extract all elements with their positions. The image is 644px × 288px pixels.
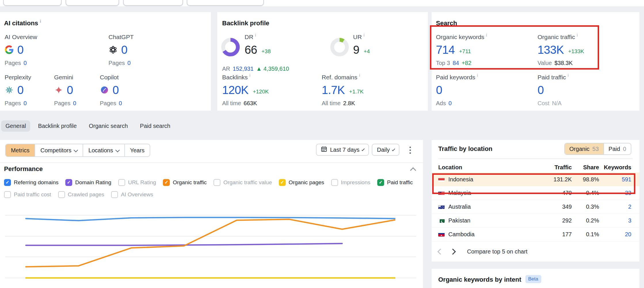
ads-value-link[interactable]: 0	[448, 100, 451, 107]
alltime-value: 2.8K	[343, 100, 355, 107]
col-traffic: Traffic	[540, 164, 572, 171]
metric-label: ChatGPT	[108, 33, 134, 41]
table-row-cambodia[interactable]: Cambodia 177 0.1% 20	[432, 228, 639, 241]
segment-metrics[interactable]: Metrics	[6, 144, 35, 156]
segment-locations[interactable]: Locations	[83, 144, 125, 156]
tab-general[interactable]: General	[1, 120, 30, 132]
table-row-malaysia[interactable]: Malaysia 470 0.4% 33	[432, 186, 639, 200]
segment-competitors[interactable]: Competitors	[35, 144, 83, 156]
more-options-button[interactable]	[406, 146, 414, 154]
indonesia-flag	[438, 177, 445, 182]
gemini-icon	[54, 86, 63, 95]
checkbox-organic-traffic[interactable]: Organic traffic	[163, 179, 207, 186]
checkbox-url-rating[interactable]: URL Rating	[118, 179, 156, 186]
pages-label: Pages	[5, 100, 21, 107]
table-row-pakistan[interactable]: Pakistan 292 0.2% 3	[432, 214, 639, 228]
view-segmented-control: Metrics Competitors Locations Years	[5, 144, 150, 157]
keywords-link[interactable]: 3	[599, 217, 631, 224]
col-keywords: Keywords	[599, 164, 631, 171]
keywords-link[interactable]: 2	[599, 203, 631, 210]
checkbox-icon	[163, 179, 170, 186]
paid-traffic-value[interactable]: 0	[538, 83, 544, 97]
cropped-toolbar-field[interactable]	[187, 0, 264, 6]
pages-value-link[interactable]: 0	[119, 100, 122, 107]
info-icon[interactable]	[577, 31, 578, 39]
checkbox-ai-overviews[interactable]: AI Overviews	[111, 191, 153, 198]
ai-citations-title: AI citations	[4, 20, 38, 27]
ref-domains-value[interactable]: 1.7K	[322, 83, 345, 97]
chevron-down-icon	[392, 148, 395, 151]
cropped-toolbar-field[interactable]	[3, 0, 62, 6]
table-row-indonesia[interactable]: Indonesia 131.2K 98.8% 591	[432, 172, 639, 186]
checkbox-domain-rating[interactable]: Domain Rating	[65, 179, 111, 186]
cropped-toolbar-field[interactable]	[123, 0, 183, 6]
metric-value[interactable]: 0	[17, 83, 24, 97]
table-row-australia[interactable]: Australia 349 0.3% 2	[432, 200, 639, 214]
value-label: Value	[538, 60, 552, 66]
organic-traffic-value[interactable]: 133K	[538, 43, 564, 56]
info-icon[interactable]	[249, 72, 250, 79]
checkbox-organic-traffic-value[interactable]: Organic traffic value	[214, 179, 272, 186]
checkbox-impressions[interactable]: Impressions	[331, 179, 370, 186]
openai-icon	[108, 45, 117, 54]
ref-domains-delta: +1.7K	[349, 89, 363, 95]
metric-label: Organic traffic	[538, 34, 575, 40]
info-icon[interactable]	[40, 19, 41, 24]
ref-domains-metric: Ref. domains 1.7K+1.7K All time2.8K	[322, 74, 363, 107]
segment-years[interactable]: Years	[125, 144, 150, 156]
metric-value[interactable]: 0	[67, 83, 73, 97]
tab-paid-search[interactable]: Paid search	[136, 120, 175, 132]
info-icon[interactable]	[486, 31, 487, 39]
checkbox-icon	[331, 179, 338, 186]
malaysia-flag	[438, 191, 445, 195]
info-icon[interactable]	[363, 31, 364, 39]
pages-label: Pages	[108, 60, 125, 66]
checkbox-paid-traffic-cost[interactable]: Paid traffic cost	[4, 191, 51, 198]
paid-keywords-value[interactable]: 0	[436, 83, 442, 97]
keywords-link[interactable]: 591	[599, 176, 631, 183]
metric-value[interactable]: 0	[113, 83, 119, 97]
search-title: Search	[436, 20, 457, 27]
checkbox-icon	[65, 179, 72, 186]
organic-keywords-value[interactable]: 714	[436, 43, 455, 56]
checkbox-organic-pages[interactable]: Organic pages	[279, 179, 324, 186]
toggle-paid[interactable]: Paid0	[604, 143, 631, 154]
pages-value-link[interactable]: 0	[127, 60, 131, 66]
keywords-link[interactable]: 20	[599, 231, 631, 238]
metric-label: Perplexity	[5, 74, 31, 81]
top3-value-link[interactable]: 84	[453, 60, 459, 66]
toggle-organic[interactable]: Organic53	[565, 143, 604, 154]
tab-organic-search[interactable]: Organic search	[85, 120, 132, 132]
prev-page-button[interactable]	[437, 248, 443, 254]
divider	[438, 158, 633, 159]
checkbox-referring-domains[interactable]: Referring domains	[4, 179, 58, 186]
cropped-toolbar-field[interactable]	[66, 0, 119, 6]
pages-value-link[interactable]: 0	[24, 100, 27, 107]
backlinks-value[interactable]: 120K	[222, 83, 248, 97]
info-icon[interactable]	[477, 72, 478, 79]
pages-value-link[interactable]: 0	[24, 60, 27, 66]
pages-value-link[interactable]: 0	[73, 100, 76, 107]
checkbox-crawled-pages[interactable]: Crawled pages	[58, 191, 104, 198]
granularity-button[interactable]: Daily	[372, 144, 399, 156]
metric-value[interactable]: 0	[121, 43, 127, 56]
date-range-button[interactable]: Last 7 days	[316, 144, 369, 156]
next-page-button[interactable]	[450, 248, 456, 254]
cropped-toolbar	[0, 0, 644, 6]
compare-top5-link[interactable]: Compare top 5 on chart	[467, 248, 527, 255]
collapse-section-button[interactable]	[410, 167, 416, 173]
keywords-link[interactable]: 33	[599, 190, 631, 196]
info-icon[interactable]	[255, 31, 256, 39]
chevron-down-icon	[362, 148, 365, 151]
info-icon[interactable]	[568, 72, 569, 79]
dr-metric: DR 66+38	[245, 33, 271, 59]
tab-backlink-profile[interactable]: Backlink profile	[34, 120, 81, 132]
backlink-profile-card: Backlink profile DR 66+38 AR 152,931 ▲ 4…	[217, 12, 428, 111]
checkbox-paid-traffic[interactable]: Paid traffic	[377, 179, 413, 186]
info-icon[interactable]	[359, 72, 360, 79]
organic-count: 53	[592, 146, 599, 152]
traffic-by-location-card: Traffic by location Organic53 Paid0 Loca…	[432, 140, 639, 262]
ar-value-link[interactable]: 152,931	[233, 66, 254, 72]
value-amount: $38.3K	[555, 60, 573, 66]
metric-value[interactable]: 0	[17, 43, 24, 56]
